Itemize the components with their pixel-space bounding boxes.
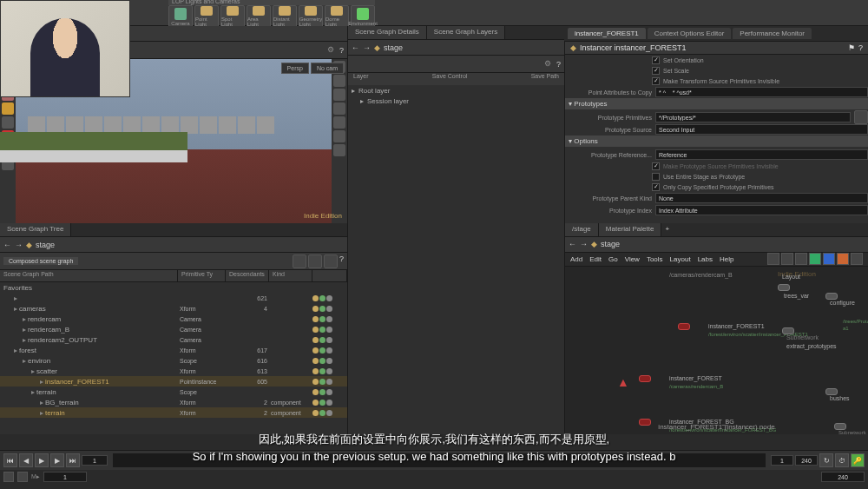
- proto-parent-select[interactable]: [655, 193, 868, 203]
- layer-gear[interactable]: ⚙: [544, 59, 555, 69]
- layer-col[interactable]: Layer: [353, 73, 369, 85]
- node-extract2[interactable]: [834, 423, 846, 430]
- net-icon-5[interactable]: [823, 253, 835, 265]
- tree-tool-3[interactable]: [324, 254, 338, 268]
- back-icon-3[interactable]: ←: [352, 43, 359, 52]
- node-flag-icon[interactable]: ⚑: [848, 43, 855, 52]
- loop-icon[interactable]: ↻: [819, 453, 833, 467]
- proto-ref-select[interactable]: [655, 149, 868, 160]
- frame-range-start[interactable]: [771, 455, 793, 466]
- tree-row[interactable]: ▸ terrainScope: [0, 387, 347, 397]
- back-icon-2[interactable]: ←: [3, 241, 11, 249]
- scene-tree-tab[interactable]: Scene Graph Tree: [0, 223, 71, 236]
- gear-icon[interactable]: ⚙: [327, 45, 338, 56]
- stage-path-2[interactable]: stage: [36, 241, 55, 249]
- tree-row[interactable]: ▸ forestXform617: [0, 345, 347, 355]
- frame-start[interactable]: [82, 455, 108, 466]
- menu-labs[interactable]: Labs: [698, 255, 713, 263]
- net-stage[interactable]: stage: [601, 240, 620, 248]
- chk-orient[interactable]: ✓: [652, 56, 660, 64]
- step-back[interactable]: ◀: [19, 453, 33, 467]
- menu-go[interactable]: Go: [608, 255, 618, 263]
- realtime-icon[interactable]: ⏱: [835, 453, 849, 467]
- scene-graph-tree[interactable]: Scene Graph Path Primitive Ty Descendant…: [0, 270, 347, 434]
- options-group[interactable]: ▾ Options: [565, 135, 868, 147]
- rtool-3[interactable]: [333, 89, 345, 101]
- tree-row[interactable]: ▸ terrainXform2component: [0, 407, 347, 418]
- layers-tab[interactable]: Scene Graph Layers: [427, 26, 505, 39]
- net-back[interactable]: ←: [569, 240, 576, 248]
- spotlight-shelf-btn[interactable]: Spot Light: [220, 5, 245, 28]
- chk-opt2[interactable]: [652, 173, 660, 181]
- proto-source-select[interactable]: [655, 124, 868, 135]
- node-forest[interactable]: [639, 375, 651, 382]
- auto-icon[interactable]: [3, 472, 14, 482]
- tree-help-icon[interactable]: ?: [339, 254, 344, 268]
- goto-end[interactable]: ⏭: [66, 453, 80, 467]
- chk-scale[interactable]: ✓: [652, 67, 660, 75]
- stage-tab[interactable]: /stage: [565, 223, 599, 236]
- network-view[interactable]: Indie Edition /cameras/rendercam_B ▲ ins…: [565, 267, 868, 435]
- node-config[interactable]: [825, 293, 838, 300]
- domelight-shelf-btn[interactable]: Dome Light: [325, 5, 349, 28]
- cam-dropdown[interactable]: No cam: [311, 63, 344, 74]
- menu-help[interactable]: Help: [720, 255, 733, 263]
- frame-cur[interactable]: [43, 472, 87, 482]
- play-button[interactable]: ▶: [35, 453, 49, 467]
- tree-row[interactable]: ▸ environScope616: [0, 355, 347, 366]
- node-bushes[interactable]: [825, 388, 838, 395]
- col-kind[interactable]: Kind: [269, 270, 312, 281]
- arealight-shelf-btn[interactable]: Area Light: [247, 5, 271, 28]
- rtool-4[interactable]: [333, 102, 345, 115]
- net-icon-6[interactable]: [837, 253, 849, 265]
- key-icon[interactable]: 🔑: [851, 453, 865, 467]
- tree-row[interactable]: ▸ rendercam_BCamera: [0, 324, 347, 334]
- layer-help[interactable]: ?: [556, 60, 561, 69]
- menu-view[interactable]: View: [625, 255, 640, 263]
- frame-end[interactable]: [821, 472, 865, 482]
- frame-range-end[interactable]: [795, 455, 818, 466]
- tool-4[interactable]: [2, 102, 14, 115]
- col-type[interactable]: Primitive Ty: [178, 270, 226, 281]
- tab-instancer[interactable]: instancer_FOREST1: [568, 28, 646, 39]
- tree-row[interactable]: ▸ instancer_FOREST1PointInstance605: [0, 376, 347, 387]
- tree-row[interactable]: ▸ camerasXform4: [0, 303, 347, 314]
- tree-row[interactable]: ▸ rendercam2_OUTPUTCamera: [0, 334, 347, 345]
- net-icon-1[interactable]: [767, 253, 779, 265]
- help-icon[interactable]: ?: [339, 46, 344, 55]
- proto-prims-input[interactable]: [655, 112, 851, 122]
- chk-invis[interactable]: ✓: [652, 77, 660, 85]
- savectl-col[interactable]: Save Control: [432, 73, 467, 85]
- auto-icon-2[interactable]: [17, 472, 28, 482]
- envlight-shelf-btn[interactable]: Environment: [351, 5, 375, 28]
- node-extract[interactable]: [782, 327, 794, 334]
- tree-tool-1[interactable]: [293, 254, 306, 268]
- proto-index-select[interactable]: [655, 205, 868, 215]
- col-desc[interactable]: Descendants: [226, 270, 269, 281]
- root-layer-row[interactable]: ▸ Root layer: [348, 85, 564, 96]
- add-tab-icon[interactable]: +: [661, 223, 673, 236]
- chk-opt3[interactable]: ✓: [652, 183, 660, 191]
- tree-row[interactable]: ▸ BG_terrainXform2component: [0, 397, 347, 407]
- net-icon-2[interactable]: [781, 253, 793, 265]
- tree-row[interactable]: ▸ scatterXform613: [0, 366, 347, 376]
- tab-perfmon[interactable]: Performance Monitor: [733, 28, 812, 39]
- net-icon-3[interactable]: [795, 253, 807, 265]
- stage-path-3[interactable]: stage: [384, 43, 403, 52]
- node-forest1[interactable]: [678, 323, 690, 330]
- menu-add[interactable]: Add: [570, 255, 582, 263]
- point-attrs-input[interactable]: [655, 87, 868, 97]
- persp-dropdown[interactable]: Persp: [281, 63, 309, 74]
- proto-prims-btn[interactable]: [854, 110, 868, 124]
- fwd-icon-2[interactable]: →: [15, 241, 23, 249]
- menu-layout[interactable]: Layout: [670, 255, 691, 263]
- chk-opt1[interactable]: ✓: [652, 162, 660, 170]
- net-icon-4[interactable]: [809, 253, 821, 265]
- session-layer-row[interactable]: ▸ Session layer: [348, 96, 564, 106]
- rtool-2[interactable]: [333, 75, 345, 87]
- camera-shelf-btn[interactable]: Camera: [168, 5, 193, 28]
- graph-filter[interactable]: Composed scene graph: [3, 257, 78, 265]
- node-forest-bg[interactable]: [639, 419, 651, 426]
- prototypes-group[interactable]: ▾ Prototypes: [565, 98, 868, 109]
- tree-tool-2[interactable]: [308, 254, 322, 268]
